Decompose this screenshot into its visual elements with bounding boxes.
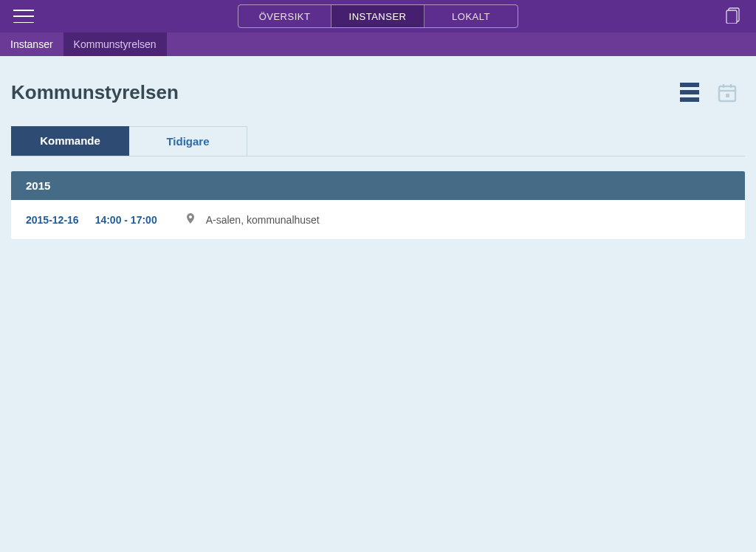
- clipboard-icon[interactable]: [725, 6, 741, 27]
- tab-upcoming-label: Kommande: [40, 134, 100, 147]
- event-location: A-salen, kommunalhuset: [206, 214, 320, 226]
- event-time: 14:00 - 17:00: [95, 214, 157, 226]
- calendar-view-icon[interactable]: [717, 83, 738, 103]
- menu-icon[interactable]: [13, 10, 34, 23]
- view-switch: [680, 83, 738, 103]
- svg-rect-6: [726, 94, 729, 97]
- breadcrumb-current[interactable]: Kommunstyrelsen: [63, 32, 167, 56]
- breadcrumb-root[interactable]: Instanser: [0, 32, 63, 56]
- tab-upcoming[interactable]: Kommande: [11, 126, 129, 156]
- segment-label: ÖVERSIKT: [259, 11, 311, 22]
- segment-instanser[interactable]: INSTANSER: [331, 5, 425, 27]
- tab-past[interactable]: Tidigare: [129, 126, 247, 156]
- list-view-icon[interactable]: [680, 83, 699, 103]
- segment-lokalt[interactable]: LOKALT: [425, 5, 518, 27]
- segment-label: INSTANSER: [349, 11, 407, 22]
- main-content: Kommunstyrelsen Kommande Tidigare: [0, 56, 756, 250]
- page-header-row: Kommunstyrelsen: [11, 81, 745, 104]
- content-tabs: Kommande Tidigare: [11, 126, 745, 156]
- location-pin-icon: [187, 213, 194, 226]
- year-header: 2015: [11, 171, 745, 200]
- page-title: Kommunstyrelsen: [11, 81, 179, 104]
- top-segmented-control: ÖVERSIKT INSTANSER LOKALT: [238, 4, 518, 28]
- breadcrumb-current-label: Kommunstyrelsen: [74, 38, 157, 50]
- tab-past-label: Tidigare: [166, 135, 209, 148]
- top-app-bar: ÖVERSIKT INSTANSER LOKALT: [0, 0, 756, 32]
- svg-rect-1: [726, 10, 737, 24]
- event-row[interactable]: 2015-12-16 14:00 - 17:00 A-salen, kommun…: [11, 200, 745, 239]
- segment-label: LOKALT: [452, 11, 490, 22]
- breadcrumb-root-label: Instanser: [10, 38, 53, 50]
- event-date: 2015-12-16: [26, 214, 79, 226]
- breadcrumb: Instanser Kommunstyrelsen: [0, 32, 756, 56]
- segment-oversikt[interactable]: ÖVERSIKT: [238, 5, 331, 27]
- event-location-wrap: A-salen, kommunalhuset: [187, 213, 320, 226]
